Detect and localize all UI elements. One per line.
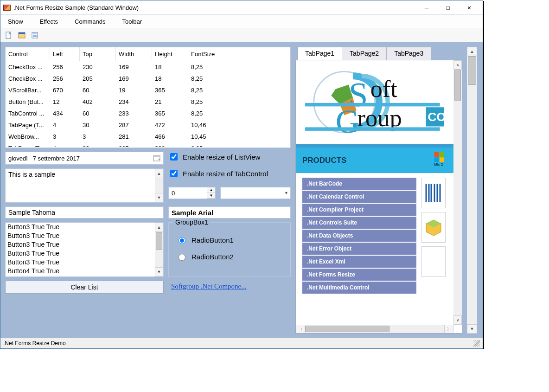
scroll-right-icon[interactable]: 〉 xyxy=(444,325,453,334)
spin-up-icon[interactable]: ▲ xyxy=(207,187,215,193)
listview-row[interactable]: Button (But...12402234218,25 xyxy=(6,96,290,108)
col-top[interactable]: Top xyxy=(80,47,116,61)
form-icon[interactable] xyxy=(17,31,26,40)
scroll-up-icon[interactable]: ▲ xyxy=(467,47,477,56)
textarea-scrollbar[interactable]: ▲ ▼ xyxy=(155,169,163,202)
list-icon[interactable] xyxy=(30,31,39,40)
spin-down-icon[interactable]: ▼ xyxy=(207,193,215,199)
svg-text:Mic 2: Mic 2 xyxy=(434,162,443,166)
menu-toolbar[interactable]: Toolbar xyxy=(121,16,144,27)
listview-header[interactable]: Control Left Top Width Height FontSize xyxy=(6,47,290,61)
tab-page2[interactable]: TabPage2 xyxy=(342,47,387,60)
listview-row[interactable]: CheckBox ...256205169188,25 xyxy=(6,73,290,84)
col-height[interactable]: Height xyxy=(152,47,188,61)
product-item[interactable]: .Net Excel Xml xyxy=(302,256,416,268)
softgroup-link[interactable]: Softgroup .Net Compone... xyxy=(168,281,291,292)
scroll-left-icon[interactable]: 〈 xyxy=(296,325,305,334)
product-item[interactable]: .Net Forms Resize xyxy=(302,269,416,281)
radio1-input[interactable] xyxy=(179,237,185,244)
product-item[interactable]: .Net Controls Suite xyxy=(302,217,416,229)
svg-text:oft: oft xyxy=(370,75,398,102)
sample-textarea[interactable]: This is a sample ▲ ▼ xyxy=(5,168,164,203)
check-enable-tabcontrol[interactable]: Enable resize of TabControl xyxy=(168,168,291,179)
microsoft-partner-icon: Mic 2 xyxy=(433,152,447,168)
listview-row[interactable]: VScrollBar...67060193658,25 xyxy=(6,84,290,96)
web-vscrollbar[interactable]: ∧ ∨ xyxy=(453,60,462,325)
combobox[interactable]: ▼ xyxy=(220,187,291,199)
listbox-item[interactable]: Button3 True True xyxy=(6,258,155,267)
listbox-scrollbar[interactable]: ▲ ▼ xyxy=(155,223,163,276)
scroll-down-icon[interactable]: ▼ xyxy=(155,267,163,276)
date-picker[interactable]: giovedì 7 settembre 2017 xyxy=(5,152,164,165)
title-bar[interactable]: .Net Forms Resize Sample (Standard Windo… xyxy=(0,0,483,15)
numeric-updown[interactable]: ▲▼ xyxy=(168,187,216,199)
listbox-item[interactable]: Button3 True True xyxy=(6,240,155,249)
listbox-item[interactable]: Button4 True True xyxy=(6,267,155,276)
radio2[interactable]: RadioButton2 xyxy=(176,252,283,261)
controls-listview[interactable]: Control Left Top Width Height FontSize C… xyxy=(5,47,291,148)
scroll-thumb[interactable] xyxy=(156,232,162,250)
scroll-down-icon[interactable]: ∨ xyxy=(453,315,462,325)
clear-list-button[interactable]: Clear List xyxy=(5,281,164,294)
radio1[interactable]: RadioButton1 xyxy=(176,236,283,244)
textarea-input[interactable]: This is a sample xyxy=(6,169,155,202)
scroll-thumb[interactable] xyxy=(305,326,389,332)
check-enable-listview-box[interactable] xyxy=(170,153,178,161)
product-item[interactable]: .Net Calendar Control xyxy=(302,191,416,203)
col-control[interactable]: Control xyxy=(6,47,50,61)
product-item[interactable]: .Net Multimedia Control xyxy=(302,282,416,294)
status-bar: .Net Forms Resize Demo xyxy=(0,338,483,348)
svg-rect-0 xyxy=(6,32,11,39)
check-enable-tabcontrol-box[interactable] xyxy=(170,170,178,177)
scroll-down-icon[interactable]: ▼ xyxy=(155,193,163,202)
menu-commands[interactable]: Commands xyxy=(73,16,107,27)
listbox-item[interactable]: Button3 True True xyxy=(6,249,155,258)
listview-row[interactable]: TabControl ...434602333658,25 xyxy=(6,108,290,119)
menu-show[interactable]: Show xyxy=(6,16,25,27)
listview-row[interactable]: TabPage (T...4232253388,25 xyxy=(6,142,290,147)
app-window: .Net Forms Resize Sample (Standard Windo… xyxy=(0,0,483,349)
menu-effects[interactable]: Effects xyxy=(38,16,60,27)
listview-row[interactable]: WebBrow...3328146610,45 xyxy=(6,131,290,142)
col-left[interactable]: Left xyxy=(50,47,80,61)
scroll-up-icon[interactable]: ▲ xyxy=(155,223,163,232)
radio2-input[interactable] xyxy=(179,254,185,261)
close-button[interactable]: ✕ xyxy=(459,0,480,14)
groupbox1: GroupBox1 RadioButton1 RadioButton2 xyxy=(168,222,291,277)
listview-row[interactable]: TabPage (T...43028747210,46 xyxy=(6,119,290,131)
chevron-down-icon[interactable]: ▼ xyxy=(284,191,288,195)
numeric-input[interactable] xyxy=(169,187,207,199)
col-width[interactable]: Width xyxy=(116,47,152,61)
product-item[interactable]: .Net BarCode xyxy=(302,178,416,190)
resize-grip-icon[interactable] xyxy=(473,340,480,347)
scroll-thumb[interactable] xyxy=(468,56,476,85)
calendar-icon[interactable] xyxy=(153,154,160,162)
web-hscrollbar[interactable]: 〈 〉 xyxy=(296,325,453,333)
minimize-button[interactable]: — xyxy=(416,0,437,14)
product-item[interactable]: .Net Compiler Project xyxy=(302,204,416,216)
product-item[interactable]: .Net Data Objects xyxy=(302,230,416,242)
arial-input[interactable] xyxy=(168,206,291,218)
listbox-item[interactable]: Button3 True True xyxy=(6,223,155,231)
col-fontsize[interactable]: FontSize xyxy=(188,47,290,61)
check-enable-listview[interactable]: Enable resize of ListView xyxy=(168,152,291,162)
outer-vscrollbar[interactable]: ▲ ▼ xyxy=(467,47,477,334)
web-browser[interactable]: oft roup S G CO P xyxy=(296,60,453,325)
new-doc-icon[interactable] xyxy=(4,31,13,40)
listbox[interactable]: Button3 True TrueButton3 True TrueButton… xyxy=(5,222,164,277)
tahoma-input[interactable] xyxy=(5,206,164,218)
tab-page1[interactable]: TabPage1 xyxy=(297,47,342,60)
scroll-down-icon[interactable]: ▼ xyxy=(467,324,477,334)
scroll-thumb[interactable] xyxy=(454,70,461,101)
product-item[interactable]: .Net Error Object xyxy=(302,243,416,255)
listview-row[interactable]: CheckBox ...256230169188,25 xyxy=(6,61,290,73)
window-title: .Net Forms Resize Sample (Standard Windo… xyxy=(13,4,416,11)
softgroup-logo: oft roup S G CO xyxy=(296,60,453,144)
maximize-button[interactable]: ☐ xyxy=(437,0,459,14)
tab-page3[interactable]: TabPage3 xyxy=(386,47,431,60)
svg-rect-20 xyxy=(434,152,439,157)
listbox-item[interactable]: Button3 True True xyxy=(6,231,155,240)
scroll-up-icon[interactable]: ▲ xyxy=(155,169,163,178)
scroll-up-icon[interactable]: ∧ xyxy=(453,60,462,70)
listview-body[interactable]: CheckBox ...256230169188,25CheckBox ...2… xyxy=(6,61,290,147)
